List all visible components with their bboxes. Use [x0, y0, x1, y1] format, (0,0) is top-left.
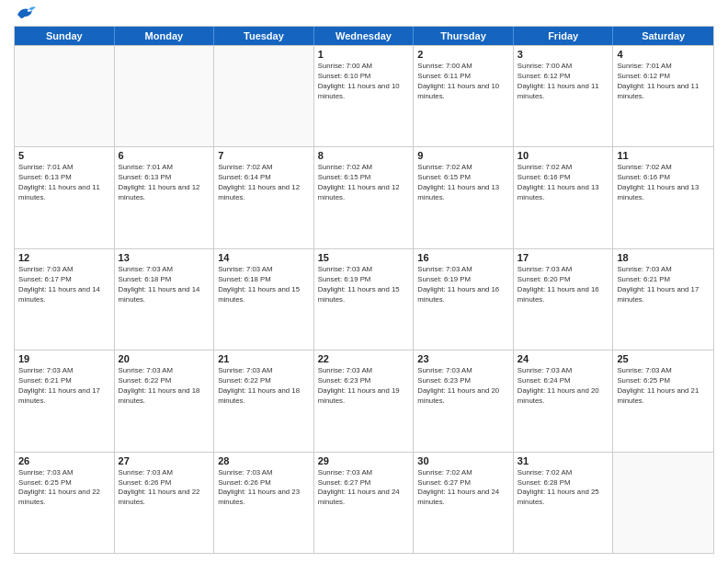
- day-cell-11: 11Sunrise: 7:02 AMSunset: 6:16 PMDayligh…: [613, 147, 713, 247]
- day-number: 13: [119, 252, 210, 263]
- day-number: 17: [518, 252, 609, 263]
- day-number: 21: [218, 353, 310, 364]
- day-cell-28: 28Sunrise: 7:03 AMSunset: 6:26 PMDayligh…: [214, 453, 314, 553]
- weekday-header-tuesday: Tuesday: [214, 27, 314, 45]
- cell-info: Sunrise: 7:03 AMSunset: 6:26 PMDaylight:…: [119, 468, 210, 509]
- cell-info: Sunrise: 7:00 AMSunset: 6:10 PMDaylight:…: [318, 62, 410, 102]
- cell-info: Sunrise: 7:01 AMSunset: 6:13 PMDaylight:…: [18, 163, 110, 203]
- cell-info: Sunrise: 7:02 AMSunset: 6:16 PMDaylight:…: [617, 163, 710, 203]
- day-cell-23: 23Sunrise: 7:03 AMSunset: 6:23 PMDayligh…: [414, 350, 514, 451]
- day-number: 26: [18, 455, 110, 466]
- cell-info: Sunrise: 7:03 AMSunset: 6:18 PMDaylight:…: [119, 265, 210, 305]
- cell-info: Sunrise: 7:03 AMSunset: 6:18 PMDaylight:…: [218, 265, 310, 305]
- weekday-header-saturday: Saturday: [613, 27, 713, 45]
- calendar-row-2: 12Sunrise: 7:03 AMSunset: 6:17 PMDayligh…: [15, 248, 713, 350]
- empty-cell: [214, 46, 314, 146]
- day-number: 16: [417, 252, 509, 263]
- day-number: 5: [18, 150, 110, 161]
- day-number: 14: [218, 252, 310, 263]
- logo-bird-icon: [16, 6, 36, 22]
- cell-info: Sunrise: 7:03 AMSunset: 6:19 PMDaylight:…: [417, 265, 509, 305]
- day-cell-25: 25Sunrise: 7:03 AMSunset: 6:25 PMDayligh…: [613, 350, 713, 451]
- weekday-header-monday: Monday: [115, 27, 215, 45]
- day-cell-19: 19Sunrise: 7:03 AMSunset: 6:21 PMDayligh…: [15, 350, 115, 451]
- day-cell-13: 13Sunrise: 7:03 AMSunset: 6:18 PMDayligh…: [115, 249, 215, 350]
- calendar-row-3: 19Sunrise: 7:03 AMSunset: 6:21 PMDayligh…: [15, 350, 713, 451]
- day-number: 9: [417, 150, 509, 161]
- cell-info: Sunrise: 7:03 AMSunset: 6:22 PMDaylight:…: [218, 366, 310, 407]
- calendar-row-4: 26Sunrise: 7:03 AMSunset: 6:25 PMDayligh…: [15, 452, 713, 553]
- cell-info: Sunrise: 7:03 AMSunset: 6:21 PMDaylight:…: [18, 366, 110, 407]
- day-number: 7: [218, 150, 310, 161]
- day-cell-27: 27Sunrise: 7:03 AMSunset: 6:26 PMDayligh…: [115, 453, 215, 553]
- day-number: 20: [119, 353, 210, 364]
- day-cell-6: 6Sunrise: 7:01 AMSunset: 6:13 PMDaylight…: [115, 147, 215, 247]
- day-cell-12: 12Sunrise: 7:03 AMSunset: 6:17 PMDayligh…: [15, 249, 115, 350]
- day-number: 10: [518, 150, 609, 161]
- cell-info: Sunrise: 7:03 AMSunset: 6:24 PMDaylight:…: [518, 366, 609, 407]
- cell-info: Sunrise: 7:03 AMSunset: 6:23 PMDaylight:…: [417, 366, 509, 407]
- day-number: 25: [617, 353, 710, 364]
- cell-info: Sunrise: 7:01 AMSunset: 6:12 PMDaylight:…: [617, 62, 710, 102]
- day-number: 12: [18, 252, 110, 263]
- empty-cell: [613, 453, 713, 553]
- day-number: 3: [518, 49, 609, 60]
- day-cell-10: 10Sunrise: 7:02 AMSunset: 6:16 PMDayligh…: [514, 147, 614, 247]
- day-cell-14: 14Sunrise: 7:03 AMSunset: 6:18 PMDayligh…: [214, 249, 314, 350]
- weekday-header-wednesday: Wednesday: [314, 27, 415, 45]
- day-cell-24: 24Sunrise: 7:03 AMSunset: 6:24 PMDayligh…: [514, 350, 614, 451]
- day-cell-21: 21Sunrise: 7:03 AMSunset: 6:22 PMDayligh…: [214, 350, 314, 451]
- day-cell-26: 26Sunrise: 7:03 AMSunset: 6:25 PMDayligh…: [15, 453, 115, 553]
- header: [14, 9, 714, 18]
- day-cell-5: 5Sunrise: 7:01 AMSunset: 6:13 PMDaylight…: [15, 147, 115, 247]
- empty-cell: [115, 46, 215, 146]
- day-number: 8: [318, 150, 410, 161]
- day-cell-9: 9Sunrise: 7:02 AMSunset: 6:15 PMDaylight…: [414, 147, 514, 247]
- day-cell-3: 3Sunrise: 7:00 AMSunset: 6:12 PMDaylight…: [514, 46, 614, 146]
- cell-info: Sunrise: 7:02 AMSunset: 6:15 PMDaylight:…: [318, 163, 410, 203]
- day-number: 2: [417, 49, 509, 60]
- day-cell-17: 17Sunrise: 7:03 AMSunset: 6:20 PMDayligh…: [514, 249, 614, 350]
- calendar: SundayMondayTuesdayWednesdayThursdayFrid…: [14, 26, 714, 554]
- day-number: 4: [617, 49, 710, 60]
- cell-info: Sunrise: 7:03 AMSunset: 6:21 PMDaylight:…: [617, 265, 710, 305]
- day-cell-4: 4Sunrise: 7:01 AMSunset: 6:12 PMDaylight…: [613, 46, 713, 146]
- day-cell-30: 30Sunrise: 7:02 AMSunset: 6:27 PMDayligh…: [414, 453, 514, 553]
- weekday-header-thursday: Thursday: [414, 27, 514, 45]
- weekday-header-friday: Friday: [514, 27, 614, 45]
- day-number: 15: [318, 252, 410, 263]
- day-number: 1: [318, 49, 410, 60]
- calendar-row-1: 5Sunrise: 7:01 AMSunset: 6:13 PMDaylight…: [15, 146, 713, 247]
- page: SundayMondayTuesdayWednesdayThursdayFrid…: [0, 0, 728, 563]
- cell-info: Sunrise: 7:02 AMSunset: 6:27 PMDaylight:…: [417, 468, 509, 509]
- empty-cell: [15, 46, 115, 146]
- cell-info: Sunrise: 7:03 AMSunset: 6:26 PMDaylight:…: [218, 468, 310, 509]
- cell-info: Sunrise: 7:03 AMSunset: 6:19 PMDaylight:…: [318, 265, 410, 305]
- calendar-body: 1Sunrise: 7:00 AMSunset: 6:10 PMDaylight…: [15, 45, 713, 553]
- day-number: 18: [617, 252, 710, 263]
- day-cell-1: 1Sunrise: 7:00 AMSunset: 6:10 PMDaylight…: [314, 46, 415, 146]
- cell-info: Sunrise: 7:02 AMSunset: 6:28 PMDaylight:…: [518, 468, 609, 509]
- day-number: 27: [119, 455, 210, 466]
- cell-info: Sunrise: 7:03 AMSunset: 6:27 PMDaylight:…: [318, 468, 410, 509]
- day-number: 22: [318, 353, 410, 364]
- day-number: 6: [119, 150, 210, 161]
- day-cell-22: 22Sunrise: 7:03 AMSunset: 6:23 PMDayligh…: [314, 350, 415, 451]
- cell-info: Sunrise: 7:03 AMSunset: 6:25 PMDaylight:…: [18, 468, 110, 509]
- day-cell-16: 16Sunrise: 7:03 AMSunset: 6:19 PMDayligh…: [414, 249, 514, 350]
- cell-info: Sunrise: 7:00 AMSunset: 6:12 PMDaylight:…: [518, 62, 609, 102]
- day-number: 30: [417, 455, 509, 466]
- day-number: 31: [518, 455, 609, 466]
- day-cell-31: 31Sunrise: 7:02 AMSunset: 6:28 PMDayligh…: [514, 453, 614, 553]
- cell-info: Sunrise: 7:01 AMSunset: 6:13 PMDaylight:…: [119, 163, 210, 203]
- calendar-row-0: 1Sunrise: 7:00 AMSunset: 6:10 PMDaylight…: [15, 45, 713, 146]
- weekday-header-sunday: Sunday: [15, 27, 115, 45]
- day-cell-18: 18Sunrise: 7:03 AMSunset: 6:21 PMDayligh…: [613, 249, 713, 350]
- calendar-header: SundayMondayTuesdayWednesdayThursdayFrid…: [15, 27, 713, 45]
- cell-info: Sunrise: 7:03 AMSunset: 6:20 PMDaylight:…: [518, 265, 609, 305]
- day-cell-15: 15Sunrise: 7:03 AMSunset: 6:19 PMDayligh…: [314, 249, 415, 350]
- day-cell-8: 8Sunrise: 7:02 AMSunset: 6:15 PMDaylight…: [314, 147, 415, 247]
- cell-info: Sunrise: 7:03 AMSunset: 6:25 PMDaylight:…: [617, 366, 710, 407]
- cell-info: Sunrise: 7:02 AMSunset: 6:15 PMDaylight:…: [417, 163, 509, 203]
- day-number: 23: [417, 353, 509, 364]
